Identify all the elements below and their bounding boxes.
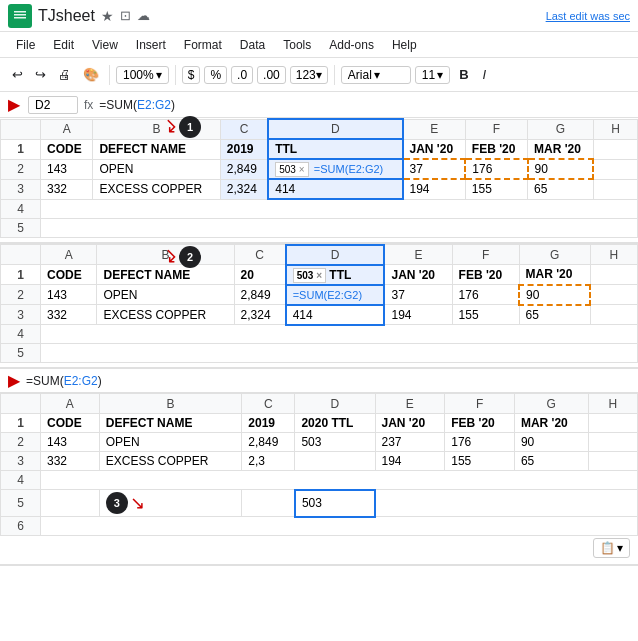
redo-button[interactable]: ↪ xyxy=(31,65,50,84)
cell-a1-p1[interactable]: CODE xyxy=(41,139,93,159)
cell-d2-p2[interactable]: =SUM(E2:G2) xyxy=(286,285,385,305)
cell-d5-p3[interactable]: 503 xyxy=(295,490,375,517)
cell-c2-p1[interactable]: 2,849 xyxy=(220,159,268,179)
cell-b2-p3[interactable]: OPEN xyxy=(99,433,242,452)
cell-e2-p2[interactable]: 37 xyxy=(384,285,452,305)
cell-e2-p1[interactable]: 37 xyxy=(403,159,466,179)
menu-format[interactable]: Format xyxy=(176,36,230,54)
cell-a1-p3[interactable]: CODE xyxy=(41,414,100,433)
cell-e2-p3[interactable]: 237 xyxy=(375,433,445,452)
print-button[interactable]: 🖨 xyxy=(54,65,75,84)
cell-a2-p3[interactable]: 143 xyxy=(41,433,100,452)
cloud-icon[interactable]: ☁ xyxy=(137,8,150,23)
folder-icon[interactable]: ⊡ xyxy=(120,8,131,23)
cell-g1-p2[interactable]: MAR '20 xyxy=(519,265,590,285)
cell-f1-p1[interactable]: FEB '20 xyxy=(465,139,527,159)
cell-d1-p2[interactable]: 503 × TTL xyxy=(286,265,385,285)
cell-b3-p3[interactable]: EXCESS COPPER xyxy=(99,452,242,471)
cell-a3-p3[interactable]: 332 xyxy=(41,452,100,471)
cell-b3-p1[interactable]: EXCESS COPPER xyxy=(93,179,220,199)
cell-b1-p2[interactable]: DEFECT NAME xyxy=(97,265,234,285)
cell-f3-p3[interactable]: 155 xyxy=(445,452,515,471)
cell-f2-p2[interactable]: 176 xyxy=(452,285,519,305)
menu-edit[interactable]: Edit xyxy=(45,36,82,54)
menu-view[interactable]: View xyxy=(84,36,126,54)
cell-c3-p1[interactable]: 2,324 xyxy=(220,179,268,199)
cell-a3-p2[interactable]: 332 xyxy=(41,305,97,325)
cell-b2-p2[interactable]: OPEN xyxy=(97,285,234,305)
cell-e1-p2[interactable]: JAN '20 xyxy=(384,265,452,285)
decimal-inc-button[interactable]: .00 xyxy=(257,66,286,84)
close-badge-p2-icon[interactable]: × xyxy=(316,270,322,281)
cell-b2-p1[interactable]: OPEN xyxy=(93,159,220,179)
percent-button[interactable]: % xyxy=(204,66,227,84)
cell-d1-p1[interactable]: TTL xyxy=(268,139,402,159)
cell-e3-p1[interactable]: 194 xyxy=(403,179,466,199)
menu-insert[interactable]: Insert xyxy=(128,36,174,54)
menu-help[interactable]: Help xyxy=(384,36,425,54)
cell-b3-p2[interactable]: EXCESS COPPER xyxy=(97,305,234,325)
cell-g1-p1[interactable]: MAR '20 xyxy=(528,139,594,159)
cell-b1-p1[interactable]: DEFECT NAME xyxy=(93,139,220,159)
cell-f1-p3[interactable]: FEB '20 xyxy=(445,414,515,433)
font-selector[interactable]: Arial ▾ xyxy=(341,66,411,84)
cell-g2-p2[interactable]: 90 xyxy=(519,285,590,305)
more-formats-button[interactable]: 123▾ xyxy=(290,66,328,84)
cell-g3-p1[interactable]: 65 xyxy=(528,179,594,199)
svg-rect-2 xyxy=(14,17,26,19)
cell-g3-p3[interactable]: 65 xyxy=(514,452,588,471)
cell-d2-p1[interactable]: 503 × =SUM(E2:G2) xyxy=(268,159,402,179)
clipboard-button[interactable]: 📋 ▾ xyxy=(593,538,630,558)
cell-reference-box[interactable]: D2 xyxy=(28,96,78,114)
menu-data[interactable]: Data xyxy=(232,36,273,54)
cell-e3-p2[interactable]: 194 xyxy=(384,305,452,325)
italic-button[interactable]: I xyxy=(478,66,492,83)
cell-e3-p3[interactable]: 194 xyxy=(375,452,445,471)
menu-file[interactable]: File xyxy=(8,36,43,54)
star-icon[interactable]: ★ xyxy=(101,8,114,24)
cell-g2-p3[interactable]: 90 xyxy=(514,433,588,452)
menu-addons[interactable]: Add-ons xyxy=(321,36,382,54)
undo-button[interactable]: ↩ xyxy=(8,65,27,84)
cell-d3-p3[interactable] xyxy=(295,452,375,471)
cell-b1-p3[interactable]: DEFECT NAME xyxy=(99,414,242,433)
cell-c1-p2[interactable]: 20 xyxy=(234,265,286,285)
col-header-a-2: A xyxy=(41,245,97,265)
cell-g2-p1[interactable]: 90 xyxy=(528,159,594,179)
bold-button[interactable]: B xyxy=(454,66,473,83)
cell-e1-p3[interactable]: JAN '20 xyxy=(375,414,445,433)
cell-f3-p2[interactable]: 155 xyxy=(452,305,519,325)
decimal-dec-button[interactable]: .0 xyxy=(231,66,253,84)
cell-g1-p3[interactable]: MAR '20 xyxy=(514,414,588,433)
cell-c3-p3[interactable]: 2,3 xyxy=(242,452,295,471)
cell-f3-p1[interactable]: 155 xyxy=(465,179,527,199)
cell-d3-p1[interactable]: 414 xyxy=(268,179,402,199)
panel-3-table: A B C D E F G H 1 CODE DEFECT NAME xyxy=(0,393,638,536)
close-badge-icon[interactable]: × xyxy=(299,164,305,175)
cell-c2-p3[interactable]: 2,849 xyxy=(242,433,295,452)
cell-f1-p2[interactable]: FEB '20 xyxy=(452,265,519,285)
cell-c2-p2[interactable]: 2,849 xyxy=(234,285,286,305)
cell-d2-p3[interactable]: 503 xyxy=(295,433,375,452)
separator-1 xyxy=(109,65,110,85)
cell-e1-p1[interactable]: JAN '20 xyxy=(403,139,466,159)
cell-g3-p2[interactable]: 65 xyxy=(519,305,590,325)
currency-button[interactable]: $ xyxy=(182,66,201,84)
cell-f2-p1[interactable]: 176 xyxy=(465,159,527,179)
font-size-selector[interactable]: 11 ▾ xyxy=(415,66,450,84)
cell-a2-p2[interactable]: 143 xyxy=(41,285,97,305)
paint-format-button[interactable]: 🎨 xyxy=(79,65,103,84)
panel3-formula-arrow-icon: ▶ xyxy=(8,371,20,390)
cell-a2-p1[interactable]: 143 xyxy=(41,159,93,179)
cell-c1-p3[interactable]: 2019 xyxy=(242,414,295,433)
cell-a3-p1[interactable]: 332 xyxy=(41,179,93,199)
cell-c1-p1[interactable]: 2019 xyxy=(220,139,268,159)
cell-a1-p2[interactable]: CODE xyxy=(41,265,97,285)
cell-d3-p2[interactable]: 414 xyxy=(286,305,385,325)
menu-tools[interactable]: Tools xyxy=(275,36,319,54)
cell-c3-p2[interactable]: 2,324 xyxy=(234,305,286,325)
cell-d1-p3[interactable]: 2020 TTL xyxy=(295,414,375,433)
cell-f2-p3[interactable]: 176 xyxy=(445,433,515,452)
col-header-a-1: A xyxy=(41,119,93,139)
zoom-selector[interactable]: 100% ▾ xyxy=(116,66,169,84)
